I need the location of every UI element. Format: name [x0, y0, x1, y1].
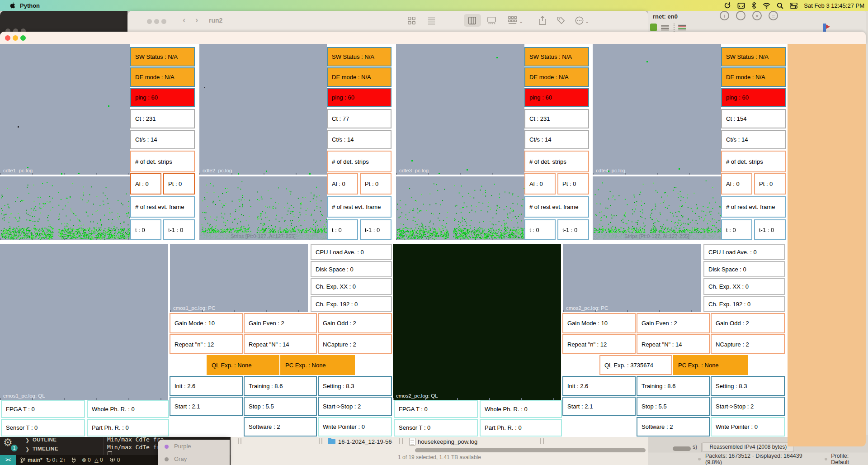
cdte2-ct-s-box: Ct/s : 14 — [327, 130, 392, 149]
control-center-icon[interactable] — [790, 2, 797, 9]
cmos2-ql-exp-box: QL Exp. : 3735674 — [599, 355, 672, 375]
sync-incoming[interactable]: 0↓ — [52, 457, 58, 463]
data-point — [18, 126, 19, 128]
axis-ticks — [0, 238, 130, 240]
data-point — [204, 87, 205, 88]
folder-item[interactable]: 16-1-2024_12-19-56 — [338, 438, 392, 445]
cdte2-ct-box: Ct : 77 — [327, 109, 392, 128]
column-resize-handle[interactable] — [399, 438, 404, 444]
wireshark-capture-icon[interactable] — [650, 24, 657, 31]
view-list-icon[interactable] — [428, 17, 435, 24]
tag-color-dot — [165, 445, 169, 449]
cmos1-write-pointer-box: Write Pointer : 0 — [318, 417, 392, 437]
cdte3-rest-frame-box: # of rest evt. frame — [524, 196, 589, 218]
wifi-icon[interactable] — [763, 3, 770, 9]
errors-icon[interactable]: ⊗ — [82, 457, 86, 463]
cmos1-software-box: Software : 2 — [244, 417, 317, 437]
tag-item-gray[interactable]: Gray — [174, 456, 187, 462]
data-point — [78, 173, 80, 174]
cdte4-de-mode-box: DE mode : N/A — [721, 67, 786, 87]
group-by-chevron-icon[interactable]: ⌄ — [519, 19, 523, 24]
zoom-out-button[interactable]: − — [736, 11, 745, 20]
forward-button[interactable]: › — [195, 15, 198, 25]
cdte3-t-minus1-box: t-1 : 0 — [557, 219, 589, 240]
cdte1-rest-frame-box: # of rest evt. frame — [130, 196, 195, 218]
reassembled-ipv4-tab[interactable]: Reassembled IPv4 (2008 bytes) — [703, 442, 794, 452]
finder-zoom-button[interactable] — [161, 19, 166, 24]
sync-icon[interactable] — [724, 2, 731, 9]
cdte1-t-box: t : 0 — [130, 219, 161, 240]
cmos2-gain-even-box: Gain Even : 2 — [637, 313, 710, 333]
cdte3-spectrum-plot: cdte3_pc.log — [396, 44, 524, 175]
wireshark-list-icon[interactable] — [661, 24, 669, 31]
view-gallery-icon[interactable] — [487, 17, 496, 24]
wireshark-right-sliver — [866, 11, 868, 465]
wireshark-flag-icon[interactable] — [823, 24, 830, 32]
cmos2-gain-odd-box: Gain Odd : 2 — [711, 313, 785, 333]
column-resize-handle[interactable] — [540, 438, 545, 444]
apple-logo-icon[interactable] — [9, 2, 16, 9]
radio-tower-icon[interactable] — [109, 457, 115, 463]
cdte2-pt-box: Pt : 0 — [360, 173, 392, 195]
tag-icon[interactable] — [557, 16, 565, 24]
cdte1-t-minus1-box: t-1 : 0 — [163, 219, 195, 240]
profile-status[interactable]: Profile: Default — [831, 453, 868, 465]
spotlight-search-icon[interactable] — [777, 2, 783, 9]
more-actions-chevron-icon[interactable]: ⌄ — [585, 19, 589, 24]
menu-bar-clock[interactable]: Sat Feb 3 12:45:27 PM — [804, 2, 864, 9]
wireshark-colorize-icon[interactable] — [678, 24, 686, 31]
bluetooth-icon[interactable] — [751, 2, 756, 9]
column-resize-handle[interactable] — [238, 438, 242, 444]
bytes-tab-fragment[interactable]: s) — [693, 444, 697, 450]
dashboard-zoom-button[interactable] — [20, 35, 26, 41]
cdte2-t-minus1-box: t-1 : 0 — [360, 219, 392, 240]
timeline-section-header[interactable]: TIMELINE — [33, 446, 58, 451]
screen-mirroring-icon[interactable] — [737, 2, 745, 9]
scrollbar-thumb[interactable] — [673, 446, 691, 451]
tag-item-purple[interactable]: Purple — [174, 443, 191, 450]
dashboard-minimize-button[interactable] — [13, 35, 18, 41]
active-app-name[interactable]: Python — [20, 2, 40, 9]
axis-ticks — [199, 173, 327, 175]
cdte3-al-box: Al : 0 — [524, 173, 556, 195]
cmos2-whole-ph-box: Whole Ph. R. : 0 — [480, 400, 562, 418]
cmos2-part-ph-box: Part Ph. R. : 0 — [480, 419, 562, 437]
finder-close-button[interactable] — [147, 19, 152, 24]
column-resize-handle[interactable] — [319, 438, 323, 444]
finder-minimize-button[interactable] — [154, 19, 159, 24]
cdte3-ct-box: Ct : 231 — [524, 109, 589, 128]
chevron-right-icon: › — [391, 438, 392, 445]
cmos1-ch-exp-xx-box: Ch. Exp. XX : 0 — [311, 278, 392, 295]
view-grid-icon[interactable] — [408, 17, 415, 24]
warnings-icon[interactable]: △ — [94, 457, 99, 463]
file-item[interactable]: housekeeping_pow.log — [418, 438, 477, 445]
group-by-icon[interactable] — [508, 16, 517, 25]
back-button[interactable]: ‹ — [183, 15, 185, 25]
share-icon[interactable] — [539, 16, 546, 25]
cdte1-de-mode-box: DE mode : N/A — [130, 67, 195, 87]
more-actions-icon[interactable] — [575, 16, 584, 25]
remote-indicator-button[interactable]: >< — [0, 455, 16, 465]
ports-count[interactable]: 0 — [117, 457, 120, 463]
data-point — [108, 105, 109, 107]
sync-changes-icon[interactable]: ↻ — [46, 457, 51, 464]
cdte4-sw-status-box: SW Status : N/A — [721, 47, 786, 66]
dashboard-close-button[interactable] — [5, 35, 10, 41]
cmos2-disk-space-box: Disk Space : 0 — [703, 261, 785, 277]
warnings-count[interactable]: 0 — [100, 457, 103, 463]
horizontal-scrollbar-thumb[interactable] — [415, 448, 646, 452]
cdte3-sw-status-box: SW Status : N/A — [524, 47, 589, 66]
cmos2-gain-mode-box: Gain Mode : 10 — [562, 313, 636, 333]
plug-icon[interactable] — [71, 457, 76, 463]
zoom-reset-button[interactable]: × — [752, 11, 762, 20]
cdte2-ping-box: ping : 60 — [327, 88, 392, 107]
view-columns-icon[interactable] — [468, 17, 476, 24]
resize-columns-button[interactable]: ≡ — [769, 11, 778, 20]
zoom-in-button[interactable]: + — [720, 11, 729, 20]
errors-count[interactable]: 0 — [88, 457, 91, 463]
cdte4-strips-axis-label: Strips [Pt:0-127, Al:127-255] — [593, 233, 721, 240]
cdte3-ping-box: ping : 60 — [524, 88, 589, 107]
outline-section-header[interactable]: OUTLINE — [33, 437, 57, 442]
sync-outgoing[interactable]: 2↑ — [60, 457, 66, 463]
git-branch-label[interactable]: main* — [28, 457, 42, 463]
